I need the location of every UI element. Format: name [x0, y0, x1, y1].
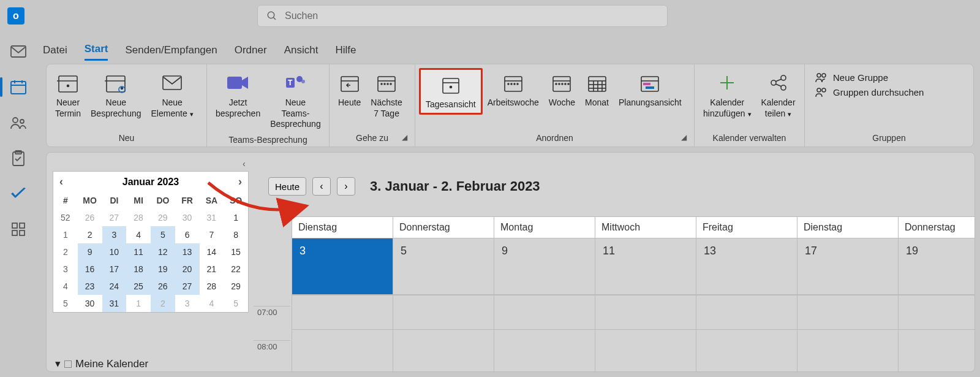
mini-cal-day[interactable]: 24 — [102, 278, 127, 295]
mini-cal-day[interactable]: 9 — [78, 243, 102, 261]
day-column[interactable]: Freitag 13 — [696, 217, 797, 371]
mini-cal-day[interactable]: 15 — [224, 243, 248, 261]
mini-cal-day[interactable]: 3 — [102, 226, 127, 243]
mini-cal-day[interactable]: 1 — [224, 209, 248, 226]
new-group-button[interactable]: Neue Gruppe — [815, 72, 924, 83]
prev-period-button[interactable]: ‹ — [312, 177, 331, 196]
tab-send-receive[interactable]: Senden/Empfangen — [125, 44, 217, 60]
mini-cal-day[interactable]: 14 — [200, 243, 224, 261]
today-button[interactable]: Heute — [333, 68, 366, 111]
mini-cal-day[interactable]: 27 — [175, 278, 200, 295]
tab-view[interactable]: Ansicht — [284, 44, 318, 60]
mini-cal-day[interactable]: 19 — [151, 261, 175, 278]
mini-cal-day[interactable]: 4 — [126, 226, 151, 243]
nav-rail — [0, 32, 37, 377]
meet-now-button[interactable]: Jetzt besprechen — [211, 68, 265, 121]
mini-cal-day[interactable]: 4 — [200, 295, 224, 312]
next-month-icon[interactable]: › — [238, 175, 242, 188]
mini-calendar[interactable]: ‹ Januar 2023 › #MODIMIDOFRSASO522627282… — [53, 171, 249, 313]
tab-start[interactable]: Start — [85, 43, 108, 61]
mini-cal-day[interactable]: 30 — [78, 295, 102, 312]
share-calendar-button[interactable]: Kalender teilen▾ — [756, 68, 801, 121]
mini-cal-day[interactable]: 31 — [102, 295, 127, 312]
prev-month-icon[interactable]: ‹ — [59, 175, 63, 188]
new-appointment-button[interactable]: Neuer Termin — [50, 68, 86, 121]
mini-cal-day[interactable]: 17 — [102, 261, 127, 278]
mini-cal-day[interactable]: 29 — [224, 278, 248, 295]
day-column[interactable]: Mittwoch 11 — [595, 217, 696, 371]
svg-point-48 — [559, 83, 560, 85]
ribbon-tabs: Datei Start Senden/Empfangen Ordner Ansi… — [43, 43, 356, 61]
mini-cal-day[interactable]: 13 — [175, 243, 200, 261]
mini-cal-day[interactable]: 3 — [175, 295, 200, 312]
browse-groups-button[interactable]: Gruppen durchsuchen — [815, 86, 924, 97]
day-column[interactable]: Donnerstag 19 — [898, 217, 975, 371]
mini-cal-day[interactable]: 27 — [102, 209, 127, 226]
mini-cal-day[interactable]: 12 — [151, 243, 175, 261]
mini-cal-day[interactable]: 26 — [151, 278, 175, 295]
mini-cal-day[interactable]: 2 — [78, 226, 102, 243]
next-7-days-button[interactable]: Nächste 7 Tage — [366, 68, 407, 121]
new-items-button[interactable]: Neue Elemente▾ — [146, 68, 198, 121]
day-column[interactable]: Montag 9 — [494, 217, 595, 371]
mini-cal-day[interactable]: 20 — [175, 261, 200, 278]
new-meeting-button[interactable]: Neue Besprechung — [86, 68, 146, 121]
mini-cal-day[interactable]: 28 — [126, 209, 151, 226]
mini-cal-day[interactable]: 25 — [126, 278, 151, 295]
mini-cal-day[interactable]: 7 — [200, 226, 224, 243]
chevron-down-icon: ▾ — [55, 357, 61, 370]
mini-cal-day[interactable]: 6 — [175, 226, 200, 243]
mail-icon[interactable] — [6, 42, 31, 61]
new-teams-meeting-button[interactable]: T Neue Teams- Besprechung — [265, 68, 326, 132]
mini-cal-day[interactable]: 5 — [224, 295, 248, 312]
svg-point-47 — [556, 83, 557, 85]
mini-cal-day[interactable]: 26 — [78, 209, 102, 226]
group-arrange-title: Anordnen◢ — [419, 131, 690, 147]
dialog-launcher-icon[interactable]: ◢ — [402, 133, 407, 142]
day-view-button[interactable]: Tagesansicht — [419, 68, 483, 115]
work-week-button[interactable]: Arbeitswoche — [483, 68, 544, 111]
svg-point-33 — [384, 83, 385, 85]
mini-cal-day[interactable]: 2 — [151, 295, 175, 312]
tab-help[interactable]: Hilfe — [335, 44, 356, 60]
svg-point-34 — [387, 83, 388, 85]
next-period-button[interactable]: › — [337, 177, 355, 196]
people-icon[interactable] — [6, 113, 31, 132]
day-column[interactable]: Donnerstag 5 — [393, 217, 494, 371]
mini-cal-day[interactable]: 21 — [200, 261, 224, 278]
add-calendar-button[interactable]: Kalender hinzufügen▾ — [698, 68, 756, 121]
day-number: 19 — [899, 238, 975, 295]
calendar-icon[interactable] — [6, 77, 31, 97]
schedule-view-button[interactable]: Planungsansicht — [614, 68, 687, 111]
mini-cal-day[interactable]: 31 — [200, 209, 224, 226]
mini-cal-day[interactable]: 30 — [175, 209, 200, 226]
todo-icon[interactable] — [6, 184, 31, 204]
my-calendars-toggle[interactable]: ▾ Meine Kalender — [55, 357, 148, 370]
day-column[interactable]: Dienstag 3 — [292, 217, 393, 371]
tab-file[interactable]: Datei — [43, 44, 67, 60]
mini-cal-day[interactable]: 8 — [224, 226, 248, 243]
mini-cal-day[interactable]: 29 — [151, 209, 175, 226]
goto-today-button[interactable]: Heute — [268, 177, 306, 196]
mini-cal-day[interactable]: 28 — [200, 278, 224, 295]
month-button[interactable]: Monat — [580, 68, 614, 111]
mini-cal-day[interactable]: 23 — [78, 278, 102, 295]
apps-icon[interactable] — [6, 219, 31, 239]
collapse-panel-icon[interactable]: ‹ — [243, 159, 246, 169]
dialog-launcher-icon[interactable]: ◢ — [681, 133, 687, 142]
mini-cal-day[interactable]: 1 — [126, 295, 151, 312]
search-input[interactable]: Suchen — [257, 5, 668, 27]
mini-cal-day[interactable]: 11 — [126, 243, 151, 261]
tab-folder[interactable]: Ordner — [235, 44, 267, 60]
day-column[interactable]: Dienstag 17 — [797, 217, 898, 371]
time-gutter: 07:00 08:00 — [254, 306, 290, 372]
people-search-icon — [815, 86, 828, 97]
tasks-icon[interactable] — [6, 148, 31, 168]
mini-cal-day[interactable]: 22 — [224, 261, 248, 278]
svg-point-51 — [568, 83, 569, 85]
mini-cal-day[interactable]: 18 — [126, 261, 151, 278]
mini-cal-day[interactable]: 16 — [78, 261, 102, 278]
mini-cal-day[interactable]: 10 — [102, 243, 127, 261]
week-button[interactable]: Woche — [544, 68, 580, 111]
mini-cal-day[interactable]: 5 — [151, 226, 175, 243]
